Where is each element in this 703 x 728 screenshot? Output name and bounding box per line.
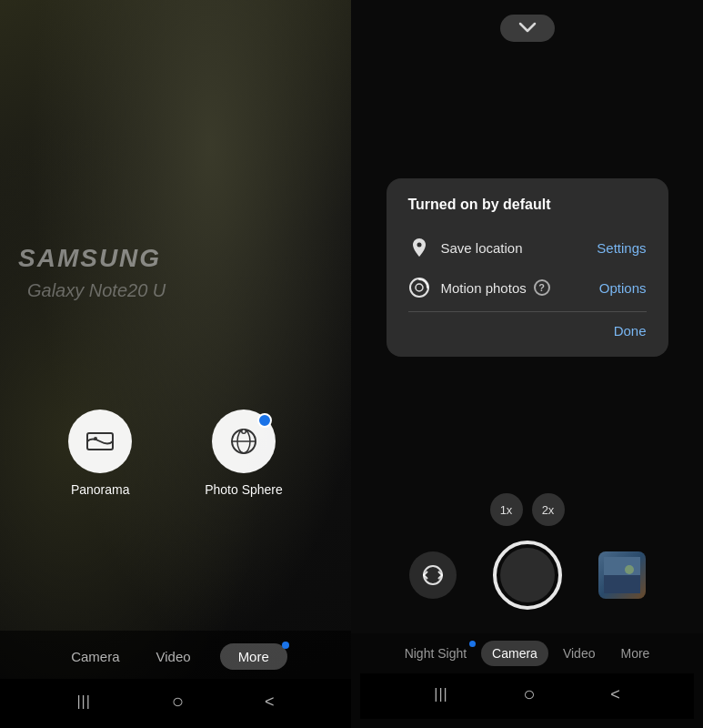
motion-photos-options-link[interactable]: Options [599,280,647,296]
location-pin-icon [410,237,428,258]
svg-point-6 [243,430,246,433]
tab-camera-right[interactable]: Camera [481,641,548,666]
svg-rect-11 [604,575,640,593]
bottom-nav-left: Camera Video More ||| ○ < [0,631,351,728]
chevron-down-icon [518,22,537,33]
bottom-tabs-right: Night Sight Camera Video More ||| ○ < [351,633,703,728]
flip-camera-button[interactable] [409,551,457,599]
motion-photos-svg [408,277,430,298]
turned-on-by-default-card: Turned on by default Save location Setti… [387,178,668,357]
camera-modes-bar-left: Camera Video More [0,631,351,679]
motion-photos-text: Motion photos ? [441,279,588,296]
svg-point-9 [416,284,423,291]
left-panel: SAMSUNG Galaxy Note20 U Panorama [0,0,351,728]
motion-photos-icon [408,277,430,298]
tab-more-left[interactable]: More [220,643,287,670]
gallery-preview-icon [604,557,640,593]
flip-camera-icon [420,562,446,588]
tab-video-left[interactable]: Video [149,645,198,668]
tab-more-right[interactable]: More [609,641,660,666]
popup-done-row: Done [408,316,647,339]
tab-more-label-left: More [238,649,269,664]
svg-point-12 [625,565,634,574]
camera-background [0,0,351,728]
shutter-inner [500,548,555,602]
gallery-thumbnail[interactable] [598,551,646,599]
photo-sphere-icon [226,424,261,459]
more-tab-dot [282,642,289,649]
popup-divider [408,311,647,312]
home-button-right[interactable]: ○ [523,682,535,706]
tab-video-right[interactable]: Video [552,641,607,666]
android-nav-right: ||| ○ < [360,673,694,719]
popup-title: Turned on by default [408,197,647,213]
zoom-1x-button[interactable]: 1x [490,493,523,526]
samsung-label: SAMSUNG [18,244,161,273]
svg-point-7 [417,243,421,248]
save-location-text: Save location [441,240,587,256]
photo-sphere-mode-button[interactable]: Photo Sphere [205,410,283,497]
home-button-left[interactable]: ○ [172,690,184,713]
tab-night-sight[interactable]: Night Sight [394,641,477,666]
panorama-icon [83,424,117,459]
galaxy-label: Galaxy Note20 U [27,280,166,301]
recents-button-left[interactable]: ||| [76,693,90,710]
motion-photos-row: Motion photos ? Options [408,268,647,308]
shutter-controls-row [351,541,703,610]
panorama-icon-circle [68,410,132,473]
tab-camera-left[interactable]: Camera [64,645,126,668]
photo-sphere-label: Photo Sphere [205,482,283,497]
back-button-left[interactable]: < [265,693,275,712]
popup-area: Turned on by default Save location Setti… [351,42,703,493]
chevron-down-button[interactable] [500,15,555,42]
photo-sphere-icon-circle [212,410,276,473]
zoom-row: 1x 2x [351,493,703,526]
zoom-2x-button[interactable]: 2x [532,493,565,526]
location-icon [408,237,430,258]
back-button-right[interactable]: < [610,685,620,704]
motion-photos-help-icon[interactable]: ? [534,279,550,296]
night-sight-dot [469,641,476,647]
panorama-mode-button[interactable]: Panorama [68,410,132,497]
shutter-button[interactable] [493,541,562,610]
save-location-row: Save location Settings [408,228,647,268]
panorama-label: Panorama [71,482,130,497]
camera-controls: 1x 2x [351,493,703,633]
camera-mode-tabs-right: Night Sight Camera Video More [360,641,694,666]
done-button[interactable]: Done [614,323,647,339]
right-panel: Turned on by default Save location Setti… [351,0,703,728]
svg-point-1 [94,437,97,440]
save-location-settings-link[interactable]: Settings [597,240,646,256]
chevron-container [351,0,703,42]
mode-buttons-container: Panorama Photo Sphere [0,410,351,497]
android-nav-left: ||| ○ < [0,679,351,728]
recents-button-right[interactable]: ||| [434,686,447,703]
